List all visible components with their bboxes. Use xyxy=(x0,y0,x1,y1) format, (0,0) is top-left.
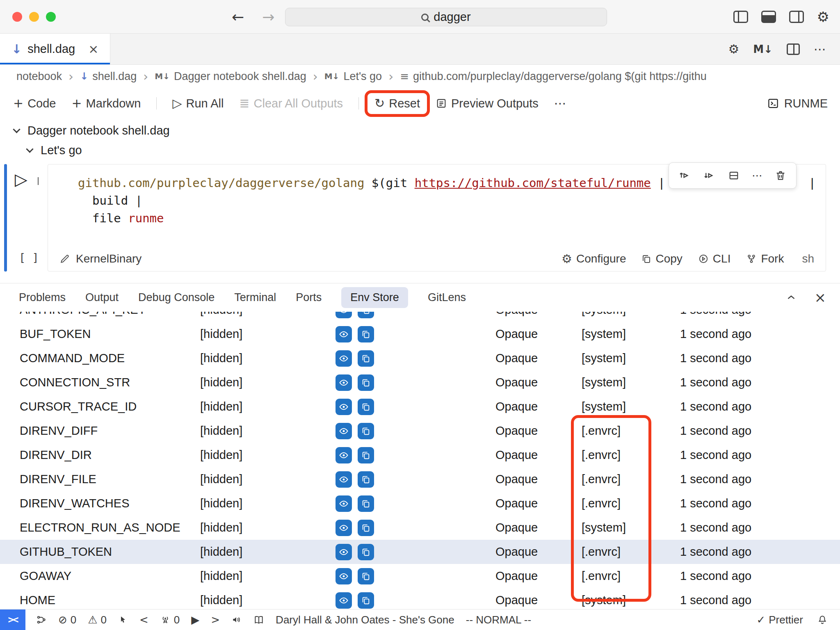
reveal-secret-button[interactable] xyxy=(336,326,352,342)
formatter-indicator[interactable]: ✓ Prettier xyxy=(756,614,803,626)
close-panel-icon[interactable]: × xyxy=(815,289,826,306)
remote-indicator[interactable]: >< xyxy=(0,609,25,630)
copy-value-button[interactable] xyxy=(358,568,374,584)
reveal-secret-button[interactable] xyxy=(336,568,352,584)
tab-shell-dag[interactable]: ↓ shell.dag × xyxy=(0,34,110,64)
run-cell-button[interactable]: ▷ xyxy=(15,170,27,189)
reveal-secret-button[interactable] xyxy=(336,495,352,512)
run-options-chevron-icon[interactable] xyxy=(38,177,39,185)
copy-value-button[interactable] xyxy=(358,544,374,560)
copy-value-button[interactable] xyxy=(358,592,374,609)
notifications-bell-icon[interactable] xyxy=(817,614,828,625)
close-tab-icon[interactable]: × xyxy=(88,42,98,56)
fork-button[interactable]: Fork xyxy=(746,252,784,265)
copy-button[interactable]: Copy xyxy=(641,252,682,265)
nav-forward-button[interactable]: → xyxy=(262,9,274,25)
code-line[interactable]: file runme xyxy=(78,210,817,227)
run-all-button[interactable]: ▷ Run All xyxy=(172,97,224,110)
cli-button[interactable]: CLI xyxy=(698,252,731,265)
nav-back-chevron[interactable]: < xyxy=(139,614,148,626)
now-playing-label[interactable]: Daryl Hall & John Oates - She's Gone xyxy=(276,614,454,626)
reveal-secret-button[interactable] xyxy=(336,399,352,415)
reveal-secret-button[interactable] xyxy=(336,374,352,391)
close-window-button[interactable] xyxy=(12,12,22,22)
execute-below-icon[interactable] xyxy=(703,169,716,182)
code-line[interactable]: build | xyxy=(78,192,817,210)
breadcrumb-item[interactable]: ≡github.com/purpleclay/daggerverse/golan… xyxy=(400,70,707,83)
settings-gear-icon[interactable]: ⚙ xyxy=(817,10,829,24)
table-row[interactable]: HOME [hidden] Opaque [system] 1 second a… xyxy=(0,588,840,609)
copy-value-button[interactable] xyxy=(358,312,374,318)
speaker-icon[interactable] xyxy=(231,614,242,625)
delete-cell-icon[interactable] xyxy=(775,170,786,181)
panel-tab-debug-console[interactable]: Debug Console xyxy=(138,291,215,304)
table-row[interactable]: ANTHROPIC_API_KEY [hidden] Opaque [syste… xyxy=(0,312,840,322)
copy-value-button[interactable] xyxy=(358,399,374,415)
notebook-settings-gear-icon[interactable]: ⚙ xyxy=(728,42,739,56)
toggle-sidebar-icon[interactable] xyxy=(733,11,748,23)
configure-button[interactable]: ⚙ Configure xyxy=(562,252,626,266)
breadcrumb-item[interactable]: ↓shell.dag xyxy=(80,70,137,83)
open-as-markdown-icon[interactable]: M↓ xyxy=(753,43,773,55)
editor-more-actions-icon[interactable]: ⋯ xyxy=(814,42,826,56)
panel-tab-ports[interactable]: Ports xyxy=(296,291,322,304)
table-row[interactable]: DIRENV_FILE [hidden] Opaque [.envrc] 1 s… xyxy=(0,467,840,491)
split-cell-icon[interactable] xyxy=(728,170,740,181)
panel-tab-terminal[interactable]: Terminal xyxy=(234,291,276,304)
table-row[interactable]: ELECTRON_RUN_AS_NODE [hidden] Opaque [sy… xyxy=(0,516,840,540)
preview-outputs-button[interactable]: Preview Outputs xyxy=(436,97,539,110)
copy-value-button[interactable] xyxy=(358,471,374,488)
pointer-mode-icon[interactable] xyxy=(118,615,128,625)
reveal-secret-button[interactable] xyxy=(336,592,352,609)
notebook-title-row[interactable]: Dagger notebook shell.dag xyxy=(14,121,170,139)
nav-back-button[interactable]: ← xyxy=(232,9,244,25)
env-store-table[interactable]: ANTHROPIC_API_KEY [hidden] Opaque [syste… xyxy=(0,312,840,609)
cell-more-actions-icon[interactable]: ⋯ xyxy=(752,169,762,182)
copy-value-button[interactable] xyxy=(358,520,374,536)
source-control-graph-icon[interactable] xyxy=(36,614,47,625)
breadcrumb-item[interactable]: M↓Dagger notebook shell.dag xyxy=(155,70,306,83)
play-icon[interactable]: ▶ xyxy=(191,614,199,626)
copy-value-button[interactable] xyxy=(358,326,374,342)
reading-list-book-icon[interactable] xyxy=(253,614,264,625)
reveal-secret-button[interactable] xyxy=(336,423,352,439)
toggle-secondary-sidebar-icon[interactable] xyxy=(789,11,804,23)
runme-extension-button[interactable]: RUNME xyxy=(767,97,840,110)
panel-tab-env-store[interactable]: Env Store xyxy=(341,287,408,308)
reveal-secret-button[interactable] xyxy=(336,350,352,367)
panel-tab-output[interactable]: Output xyxy=(85,291,119,304)
copy-value-button[interactable] xyxy=(358,350,374,367)
table-row[interactable]: CONNECTION_STR [hidden] Opaque [system] … xyxy=(0,370,840,395)
errors-indicator[interactable]: ⊘ 0 xyxy=(58,614,76,626)
maximize-window-button[interactable] xyxy=(46,12,56,22)
copy-value-button[interactable] xyxy=(358,447,374,463)
clear-all-outputs-button[interactable]: ≣ Clear All Outputs xyxy=(239,97,343,110)
kernel-label[interactable]: KernelBinary xyxy=(76,252,142,265)
split-editor-icon[interactable] xyxy=(787,43,800,55)
search-input[interactable]: dagger xyxy=(285,8,607,26)
warnings-indicator[interactable]: ⚠ 0 xyxy=(88,614,107,626)
breadcrumb-item[interactable]: M↓Let's go xyxy=(324,70,382,83)
table-row[interactable]: DIRENV_DIR [hidden] Opaque [.envrc] 1 se… xyxy=(0,443,840,467)
table-row[interactable]: COMMAND_MODE [hidden] Opaque [system] 1 … xyxy=(0,346,840,370)
table-row[interactable]: DIRENV_WATCHES [hidden] Opaque [.envrc] … xyxy=(0,491,840,516)
minimize-window-button[interactable] xyxy=(29,12,39,22)
reveal-secret-button[interactable] xyxy=(336,312,352,318)
panel-tab-gitlens[interactable]: GitLens xyxy=(428,291,466,304)
reveal-secret-button[interactable] xyxy=(336,447,352,463)
add-markdown-cell-button[interactable]: + Markdown xyxy=(71,97,141,110)
maximize-panel-chevron-icon[interactable] xyxy=(785,291,797,304)
add-code-cell-button[interactable]: + Code xyxy=(13,97,56,110)
toggle-panel-icon[interactable] xyxy=(761,11,776,23)
reset-button[interactable]: ↻ Reset xyxy=(374,97,420,110)
table-row[interactable]: GITHUB_TOKEN [hidden] Opaque [.envrc] 1 … xyxy=(0,540,840,564)
ports-indicator[interactable]: 0 xyxy=(160,614,180,626)
section-title-row[interactable]: Let's go xyxy=(27,141,82,159)
copy-value-button[interactable] xyxy=(358,423,374,439)
toolbar-more-actions-icon[interactable]: ⋯ xyxy=(554,97,566,110)
reveal-secret-button[interactable] xyxy=(336,544,352,560)
reveal-secret-button[interactable] xyxy=(336,520,352,536)
copy-value-button[interactable] xyxy=(358,374,374,391)
table-row[interactable]: BUF_TOKEN [hidden] Opaque [system] 1 sec… xyxy=(0,322,840,346)
collapse-chevron-icon[interactable] xyxy=(13,126,20,133)
